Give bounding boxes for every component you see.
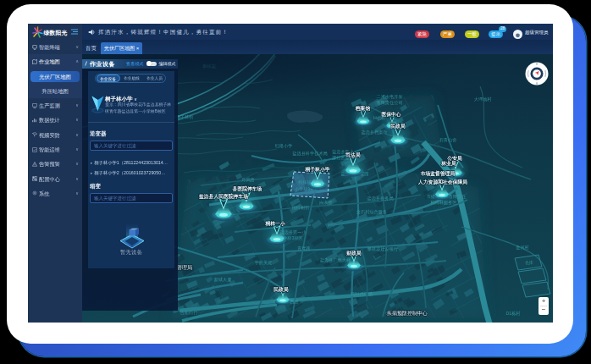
svg-text:桐梓树街: 桐梓树街 [291, 205, 310, 211]
svg-text:桐子林小学: 桐子林小学 [305, 166, 330, 173]
svg-text:金石村综合服务: 金石村综合服务 [356, 209, 387, 215]
svg-text:人力资源和社会保障局: 人力资源和社会保障局 [417, 179, 467, 185]
svg-text:红格小学: 红格小学 [275, 143, 293, 149]
svg-text:财政局: 财政局 [345, 250, 362, 256]
svg-text:金河村: 金河村 [516, 245, 529, 251]
svg-text:新城大厦: 新城大厦 [214, 277, 233, 283]
svg-text:民政局: 民政局 [273, 286, 289, 293]
svg-text:攀枝花建设银行: 攀枝花建设银行 [367, 246, 399, 252]
svg-text:疾病预防控制中心: 疾病预防控制中心 [387, 310, 428, 317]
svg-text:青年路: 青年路 [297, 245, 311, 251]
svg-text:古南街行: 古南街行 [180, 310, 199, 316]
svg-text:林业局: 林业局 [440, 160, 456, 167]
svg-text:司法局: 司法局 [345, 152, 361, 158]
svg-text:管理局: 管理局 [177, 264, 192, 271]
svg-text:盐边县税务局: 盐边县税务局 [367, 196, 393, 201]
svg-text:丹凤路: 丹凤路 [241, 177, 255, 183]
svg-text:石青山舍: 石青山舍 [439, 137, 457, 143]
svg-text:仓库: 仓库 [525, 260, 533, 265]
svg-text:新时代广场: 新时代广场 [351, 291, 373, 297]
svg-text:县医院停车场: 县医院停车场 [232, 185, 262, 192]
svg-text:盐边县科学技术局: 盐边县科学技术局 [292, 151, 328, 157]
svg-text:市场监督管理局: 市场监督管理局 [421, 170, 456, 177]
svg-text:D1栋村: D1栋村 [505, 311, 521, 317]
svg-text:白灰窑: 白灰窑 [319, 200, 333, 206]
svg-text:盐边县人民医院停车场: 盐边县人民医院停车场 [198, 193, 248, 200]
svg-text:学府美庭: 学府美庭 [255, 260, 273, 265]
svg-text:桐梓一小: 桐梓一小 [264, 221, 285, 227]
